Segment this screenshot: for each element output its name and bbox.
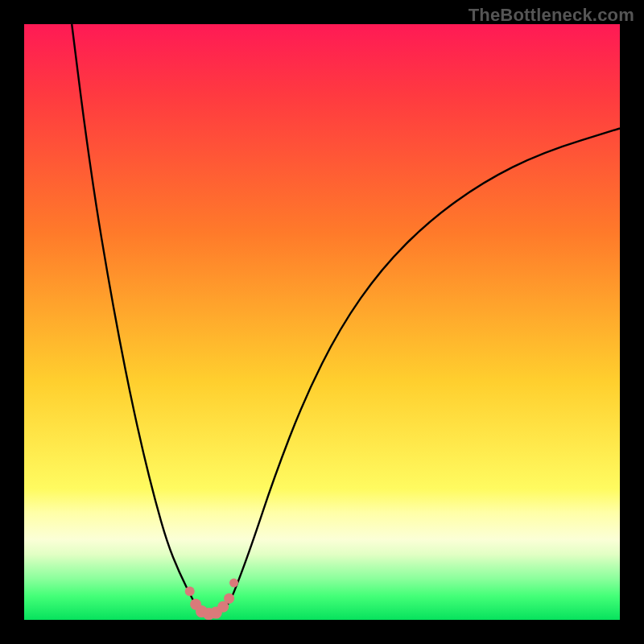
chart-frame: TheBottleneck.com — [0, 0, 644, 644]
plot-area — [24, 24, 620, 620]
watermark-text: TheBottleneck.com — [469, 5, 634, 26]
valley-marker — [229, 579, 238, 588]
bottleneck-curve — [24, 24, 620, 620]
curve-line — [72, 24, 620, 614]
valley-marker — [185, 587, 195, 597]
valley-marker — [224, 593, 234, 604]
